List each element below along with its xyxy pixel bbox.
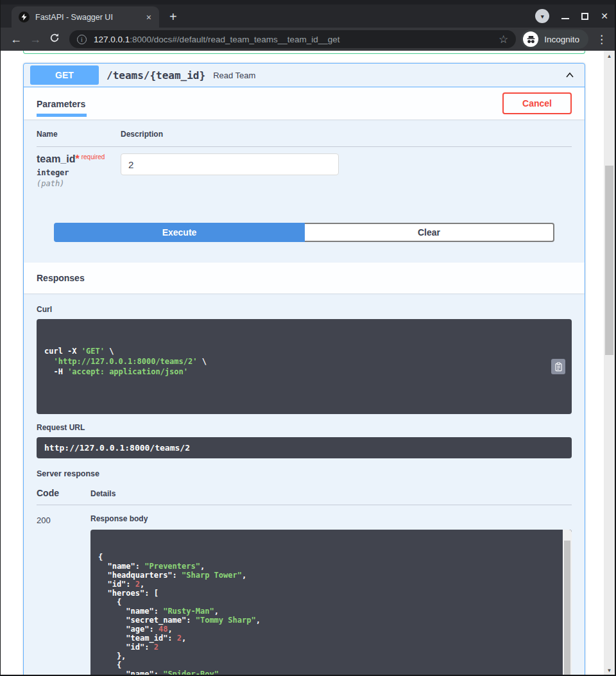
tab-bar: FastAPI - Swagger UI × + ▾ ✕ [0,4,616,28]
required-label: required [81,153,105,160]
maximize-button[interactable] [581,13,588,20]
response-body-block[interactable]: { "name": "Preventers", "headquarters": … [90,530,572,676]
site-info-icon[interactable]: i [77,35,87,44]
responses-section-header: Responses [24,263,585,293]
window-border-left [0,0,1,676]
browser-tab[interactable]: FastAPI - Swagger UI × [12,6,159,28]
url-path: :8000/docs#/default/read_team_teams__tea… [130,35,339,44]
parameters-section-header: Parameters Cancel [24,87,585,119]
window-frame [0,0,616,4]
response-scrollbar-thumb[interactable] [564,541,570,676]
parameter-name-cell: team_id*required integer (path) [37,153,121,188]
description-column-header: Description [121,130,163,139]
team-id-input[interactable] [121,153,339,175]
new-tab-button[interactable]: + [169,10,177,24]
browser-update-icon[interactable]: ▾ [535,9,549,23]
browser-menu-icon[interactable]: ⋮ [596,33,607,46]
response-table-header: Code Details [37,488,572,505]
incognito-badge: Incognito [521,30,588,49]
cancel-button[interactable]: Cancel [502,92,572,114]
page-scroll-down-icon[interactable]: ▼ [604,668,615,673]
response-row: 200 Response body { "name": "Preventers"… [37,505,572,676]
tab-title: FastAPI - Swagger UI [35,13,144,22]
operation-path: /teams/{team_id} [107,69,205,82]
address-bar[interactable]: i 127.0.0.1:8000/docs#/default/read_team… [69,30,516,48]
required-asterisk: * [75,153,79,164]
forward-button[interactable]: → [26,33,45,46]
back-button[interactable]: ← [6,33,26,46]
minimize-button[interactable] [561,18,569,19]
bookmark-star-icon[interactable]: ☆ [499,33,508,46]
name-column-header: Name [37,130,121,139]
responses-title: Responses [37,273,85,283]
execute-row: Execute Clear [54,223,554,242]
method-badge: GET [30,65,99,85]
parameter-row: team_id*required integer (path) [37,147,572,188]
collapse-chevron-icon[interactable] [564,69,576,81]
parameters-table: Name Description team_id*required intege… [24,119,585,242]
tab-close-icon[interactable]: × [144,12,154,22]
browser-toolbar: ← → i 127.0.0.1:8000/docs#/default/read_… [0,28,616,51]
response-body-json: { "name": "Preventers", "headquarters": … [98,553,555,676]
execute-button[interactable]: Execute [54,223,305,242]
response-body-label: Response body [90,514,572,523]
curl-command: curl -X 'GET' \ 'http://127.0.0.1:8000/t… [44,346,542,377]
copy-to-clipboard-button[interactable] [551,359,565,374]
clear-button[interactable]: Clear [305,223,554,242]
response-body-scrollbar[interactable]: ▲ [563,530,572,676]
operation-summary: Read Team [213,71,255,80]
page-scrollbar-thumb[interactable] [605,166,613,355]
response-details-cell: Response body { "name": "Preventers", "h… [90,514,572,676]
page-scroll-up-icon[interactable]: ▲ [604,53,615,59]
url-host: 127.0.0.1 [94,35,130,44]
curl-label: Curl [37,305,572,314]
incognito-icon [523,31,538,47]
opblock-get-teams: GET /teams/{team_id} Read Team Parameter… [23,63,585,676]
window-controls: ▾ ✕ [535,9,608,23]
previous-opblock-edge [23,51,585,54]
window-close-button[interactable]: ✕ [601,12,608,21]
fastapi-favicon-icon [19,12,30,22]
parameter-name: team_id*required [37,153,121,165]
parameter-description-cell [121,153,339,188]
page-scrollbar[interactable]: ▲ ▼ [604,51,615,676]
parameter-type: integer [37,168,121,177]
request-url-value: http://127.0.0.1:8000/teams/2 [37,437,572,458]
reload-button[interactable] [45,33,64,46]
status-code: 200 [37,514,90,676]
browser-window: FastAPI - Swagger UI × + ▾ ✕ ← → i 127.0… [0,0,616,676]
details-column-header: Details [90,489,116,498]
code-column-header: Code [37,488,90,498]
server-response-label: Server response [37,469,572,478]
url-text[interactable]: 127.0.0.1:8000/docs#/default/read_team_t… [94,35,493,44]
opblock-header[interactable]: GET /teams/{team_id} Read Team [24,64,585,87]
curl-command-block: curl -X 'GET' \ 'http://127.0.0.1:8000/t… [37,319,572,414]
tab-parameters[interactable]: Parameters [37,94,87,117]
incognito-label: Incognito [544,35,579,44]
parameter-location: (path) [37,179,121,188]
responses-body: Curl curl -X 'GET' \ 'http://127.0.0.1:8… [24,293,585,676]
parameters-table-header: Name Description [37,130,572,147]
request-url-label: Request URL [37,423,572,432]
page-content: GET /teams/{team_id} Read Team Parameter… [0,51,616,676]
